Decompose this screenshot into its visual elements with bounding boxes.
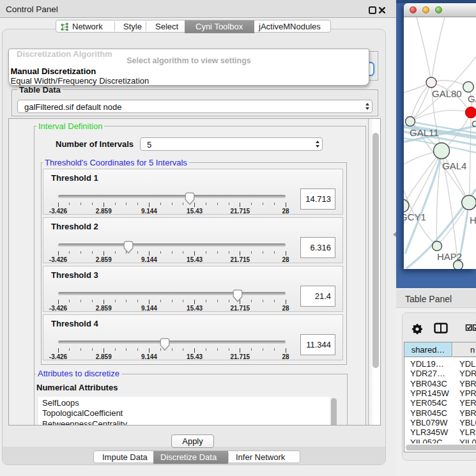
svg-text:GAL4: GAL4	[442, 160, 466, 171]
svg-text:GAL11: GAL11	[410, 127, 439, 138]
svg-text:C: C	[472, 118, 476, 129]
svg-text:GAL80: GAL80	[432, 88, 462, 99]
svg-text:GA: GA	[468, 93, 476, 104]
svg-text:HAP2: HAP2	[437, 251, 462, 262]
svg-text:GCY1: GCY1	[404, 211, 426, 222]
svg-text:H: H	[470, 215, 476, 226]
